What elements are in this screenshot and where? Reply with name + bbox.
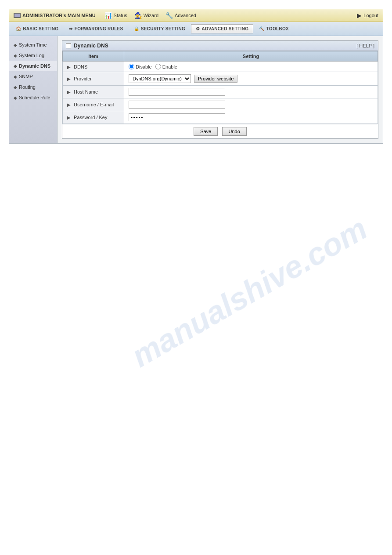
security-icon: 🔒 bbox=[134, 26, 139, 31]
nav-advanced-label: Advanced bbox=[175, 13, 196, 18]
table-row-hostname: ▶ Host Name bbox=[63, 86, 378, 98]
second-nav-bar: 🏠 BASIC SETTING ➡ FORWARDING RULES 🔒 SEC… bbox=[9, 22, 383, 36]
provider-label-text: Provider bbox=[74, 76, 92, 81]
main-area: ◆ System Time ◆ System Log ◆ Dynamic DNS… bbox=[9, 36, 383, 144]
nav-status-label: Status bbox=[114, 13, 127, 18]
tab-basic-setting[interactable]: 🏠 BASIC SETTING bbox=[11, 24, 63, 33]
advanced-setting-icon: ⚙ bbox=[196, 26, 200, 31]
password-label-text: Password / Key bbox=[74, 115, 107, 120]
ddns-disable-label[interactable]: Disable bbox=[129, 64, 152, 69]
tab-toolbox[interactable]: 🔨 TOOLBOX bbox=[254, 24, 294, 33]
content-panel: Dynamic DNS [ HELP ] Item Setting bbox=[58, 36, 383, 143]
ddns-arrow: ▶ bbox=[67, 65, 71, 69]
watermark-text: manualshive.com bbox=[125, 210, 373, 374]
tab-advanced-label: ADVANCED SETTING bbox=[201, 26, 248, 31]
table-row-password: ▶ Password / Key bbox=[63, 111, 378, 124]
tab-forwarding-label: FORWARDING RULES bbox=[75, 26, 123, 31]
tab-security-label: SECURITY SETTING bbox=[141, 26, 185, 31]
sidebar-item-routing[interactable]: ◆ Routing bbox=[9, 82, 57, 92]
sidebar-label-system-time: System Time bbox=[19, 42, 47, 47]
tab-forwarding-rules[interactable]: ➡ FORWARDING RULES bbox=[64, 24, 128, 33]
wizard-icon: 🧙 bbox=[134, 12, 142, 19]
username-label: ▶ Username / E-mail bbox=[63, 98, 124, 111]
panel-title-group: Dynamic DNS bbox=[66, 43, 108, 49]
logout-icon: ▶ bbox=[357, 12, 362, 19]
button-row: Save Undo bbox=[62, 124, 378, 138]
ddns-enable-label[interactable]: Enable bbox=[155, 64, 177, 69]
bullet-system-log: ◆ bbox=[14, 53, 17, 58]
nav-status[interactable]: 📊 Status bbox=[104, 12, 127, 19]
dns-settings-table: Item Setting ▶ DDNS bbox=[62, 51, 378, 124]
panel-title: Dynamic DNS bbox=[74, 43, 108, 49]
hostname-input[interactable] bbox=[129, 88, 225, 96]
bullet-schedule-rule: ◆ bbox=[14, 95, 17, 100]
username-arrow: ▶ bbox=[67, 102, 71, 107]
top-nav-bar: ADMINISTRATOR's MAIN MENU 📊 Status 🧙 Wiz… bbox=[9, 9, 383, 22]
sidebar-item-system-log[interactable]: ◆ System Log bbox=[9, 50, 57, 61]
provider-label: ▶ Provider bbox=[63, 72, 124, 86]
provider-website-button[interactable]: Provider website bbox=[194, 75, 237, 83]
forwarding-icon: ➡ bbox=[69, 26, 72, 31]
password-setting bbox=[124, 111, 378, 124]
panel-header: Dynamic DNS [ HELP ] bbox=[62, 41, 378, 51]
brand-label: ADMINISTRATOR's MAIN MENU bbox=[14, 13, 96, 18]
ddns-label-text: DDNS bbox=[74, 64, 87, 69]
nav-wizard[interactable]: 🧙 Wizard bbox=[134, 12, 158, 19]
provider-select[interactable]: DynDNS.org(Dynamic) DynDNS.org(Static) T… bbox=[129, 74, 191, 83]
hostname-setting bbox=[124, 86, 378, 98]
ddns-disable-radio[interactable] bbox=[129, 64, 134, 69]
sidebar-label-routing: Routing bbox=[19, 84, 36, 90]
table-row-username: ▶ Username / E-mail bbox=[63, 98, 378, 111]
bullet-dynamic-dns: ◆ bbox=[14, 64, 17, 69]
bullet-system-time: ◆ bbox=[14, 43, 17, 47]
username-label-text: Username / E-mail bbox=[74, 102, 114, 107]
save-button[interactable]: Save bbox=[194, 127, 218, 136]
username-input[interactable] bbox=[129, 101, 225, 109]
bullet-snmp: ◆ bbox=[14, 74, 17, 79]
help-link[interactable]: [ HELP ] bbox=[356, 43, 374, 48]
nav-wizard-label: Wizard bbox=[144, 13, 158, 18]
nav-logout-label: Logout bbox=[363, 13, 378, 18]
tab-toolbox-label: TOOLBOX bbox=[266, 26, 289, 31]
password-label: ▶ Password / Key bbox=[63, 111, 124, 124]
basic-setting-icon: 🏠 bbox=[16, 26, 21, 31]
hostname-label: ▶ Host Name bbox=[63, 86, 124, 98]
password-input[interactable] bbox=[129, 113, 225, 121]
ddns-radio-group: Disable Enable bbox=[129, 64, 373, 69]
hostname-label-text: Host Name bbox=[74, 89, 98, 94]
provider-setting: DynDNS.org(Dynamic) DynDNS.org(Static) T… bbox=[124, 72, 378, 86]
tab-advanced-setting[interactable]: ⚙ ADVANCED SETTING bbox=[191, 24, 253, 33]
table-row-ddns: ▶ DDNS Disable bbox=[63, 62, 378, 72]
nav-logout[interactable]: ▶ Logout bbox=[357, 12, 378, 19]
ddns-disable-text: Disable bbox=[136, 64, 152, 69]
sidebar-item-schedule-rule[interactable]: ◆ Schedule Rule bbox=[9, 92, 57, 103]
col-setting: Setting bbox=[124, 51, 378, 62]
ddns-enable-radio[interactable] bbox=[155, 64, 161, 69]
toolbox-icon: 🔨 bbox=[259, 26, 264, 31]
tab-security-setting[interactable]: 🔒 SECURITY SETTING bbox=[129, 24, 191, 33]
table-row-provider: ▶ Provider DynDNS.org(Dynamic) DynDNS.or… bbox=[63, 72, 378, 86]
hostname-arrow: ▶ bbox=[67, 90, 71, 94]
advanced-icon: 🔧 bbox=[165, 12, 173, 19]
bullet-routing: ◆ bbox=[14, 85, 17, 90]
sidebar-label-snmp: SNMP bbox=[19, 74, 33, 79]
dynamic-dns-panel: Dynamic DNS [ HELP ] Item Setting bbox=[62, 40, 378, 139]
username-setting bbox=[124, 98, 378, 111]
sidebar-item-snmp[interactable]: ◆ SNMP bbox=[9, 71, 57, 82]
top-nav-items: 📊 Status 🧙 Wizard 🔧 Advanced ▶ Logout bbox=[104, 12, 378, 19]
ddns-label: ▶ DDNS bbox=[63, 62, 124, 72]
col-item: Item bbox=[63, 51, 124, 62]
provider-arrow: ▶ bbox=[67, 76, 71, 81]
sidebar-item-system-time[interactable]: ◆ System Time bbox=[9, 40, 57, 50]
ddns-setting: Disable Enable bbox=[124, 62, 378, 72]
sidebar-item-dynamic-dns[interactable]: ◆ Dynamic DNS bbox=[9, 61, 57, 71]
monitor-icon bbox=[14, 13, 21, 18]
tab-basic-label: BASIC SETTING bbox=[23, 26, 58, 31]
sidebar-label-schedule-rule: Schedule Rule bbox=[19, 95, 50, 100]
panel-checkbox-icon bbox=[66, 43, 71, 48]
undo-button[interactable]: Undo bbox=[222, 127, 247, 136]
sidebar-label-system-log: System Log bbox=[19, 53, 44, 58]
ddns-enable-text: Enable bbox=[162, 64, 177, 69]
nav-advanced[interactable]: 🔧 Advanced bbox=[165, 12, 196, 19]
sidebar: ◆ System Time ◆ System Log ◆ Dynamic DNS… bbox=[9, 36, 58, 143]
